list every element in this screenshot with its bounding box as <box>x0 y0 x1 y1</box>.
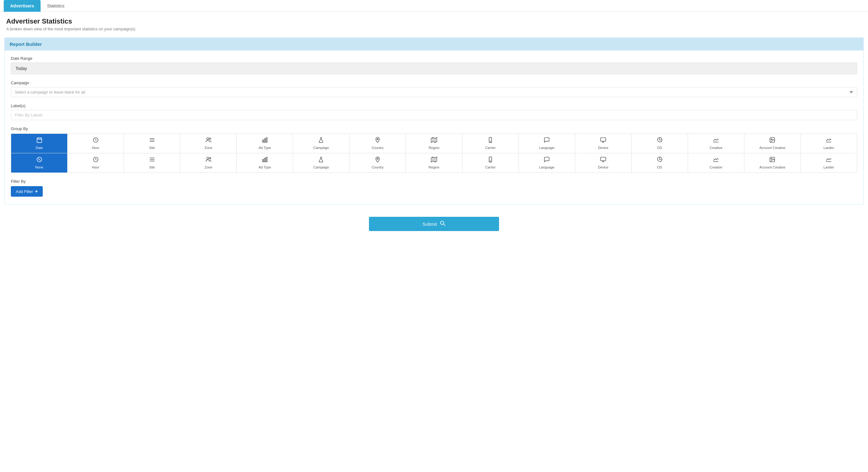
group-cell-none[interactable]: None <box>11 153 67 172</box>
group-by-rows: DateHourSiteZoneAd TypeCampaignCountryRe… <box>11 133 857 173</box>
group-cell-creative[interactable]: Creative <box>688 134 744 153</box>
group-cell-carrier2[interactable]: Carrier <box>463 153 519 172</box>
group-cell-os2[interactable]: OS <box>632 153 688 172</box>
svg-point-18 <box>490 141 491 142</box>
group-cell-zone[interactable]: Zone <box>180 134 237 153</box>
add-filter-label: Add Filter <box>16 189 33 194</box>
report-builder: Report Builder Date Range Today Campaign… <box>4 37 864 204</box>
svg-rect-34 <box>262 159 263 162</box>
group-by-group: Group By DateHourSiteZoneAd TypeCampaign… <box>11 126 857 173</box>
svg-marker-38 <box>431 157 437 162</box>
group-cell-label-date: Date <box>36 146 43 150</box>
date-range-value[interactable]: Today <box>11 63 857 74</box>
svg-point-37 <box>377 158 378 159</box>
add-filter-button[interactable]: Add Filter + <box>11 186 43 197</box>
group-cell-lander2[interactable]: Lander <box>801 153 857 172</box>
group-by-row-1: NoneHourSiteZoneAd TypeCampaignCountryRe… <box>11 153 857 172</box>
group-cell-account_creative2[interactable]: Account Creative <box>744 153 801 172</box>
line-chart-icon <box>713 156 719 164</box>
users-icon <box>206 156 212 164</box>
group-cell-label-hour2: Hour <box>92 165 99 169</box>
group-cell-label-lander: Lander <box>824 146 834 150</box>
svg-point-32 <box>207 157 209 159</box>
group-cell-label-device: Device <box>598 146 609 150</box>
group-cell-hour2[interactable]: Hour <box>67 153 124 172</box>
tab-bar: Advertisers Statistics <box>0 0 868 12</box>
group-cell-ad_type[interactable]: Ad Type <box>237 134 293 153</box>
pie-chart-icon <box>656 156 662 164</box>
group-cell-os[interactable]: OS <box>632 134 688 153</box>
svg-point-42 <box>490 161 491 161</box>
group-cell-region2[interactable]: Region <box>406 153 462 172</box>
group-cell-label-carrier: Carrier <box>485 146 496 150</box>
group-cell-label-carrier2: Carrier <box>485 165 496 169</box>
tab-statistics[interactable]: Statistics <box>40 0 71 12</box>
group-cell-label-hour: Hour <box>92 146 99 150</box>
date-range-label: Date Range <box>11 56 857 61</box>
line-chart-icon <box>713 137 719 145</box>
svg-point-24 <box>771 139 772 140</box>
group-cell-label-account_creative: Account Creative <box>759 146 785 150</box>
group-cell-label-campaign: Campaign <box>313 146 329 150</box>
svg-rect-12 <box>266 138 267 143</box>
monitor-icon <box>600 137 606 145</box>
group-cell-device[interactable]: Device <box>575 134 632 153</box>
svg-line-51 <box>443 224 445 226</box>
group-cell-label-zone2: Zone <box>205 165 212 169</box>
group-cell-label-lander2: Lander <box>824 165 834 169</box>
labels-input[interactable] <box>11 110 857 120</box>
submit-label: Submit <box>423 221 437 227</box>
group-cell-region[interactable]: Region <box>406 134 462 153</box>
mobile-icon <box>487 156 494 164</box>
group-cell-device2[interactable]: Device <box>575 153 632 172</box>
campaign-select[interactable]: Select a campaign or leave blank for all <box>11 87 857 97</box>
report-builder-body: Date Range Today Campaign Select a campa… <box>5 51 863 204</box>
image-icon <box>769 156 775 164</box>
search-icon <box>440 221 445 227</box>
group-cell-country2[interactable]: Country <box>349 153 406 172</box>
group-cell-label-os2: OS <box>657 165 662 169</box>
monitor-icon <box>600 156 606 164</box>
group-cell-label-site2: Site <box>149 165 155 169</box>
group-cell-label-campaign2: Campaign <box>313 165 329 169</box>
svg-point-8 <box>207 138 209 140</box>
group-cell-ad_type2[interactable]: Ad Type <box>237 153 293 172</box>
campaign-group: Campaign Select a campaign or leave blan… <box>11 81 857 97</box>
group-cell-label-none: None <box>35 165 43 169</box>
group-cell-campaign2[interactable]: Campaign <box>293 153 349 172</box>
group-cell-zone2[interactable]: Zone <box>180 153 237 172</box>
group-cell-site2[interactable]: Site <box>124 153 180 172</box>
group-cell-date[interactable]: Date <box>11 134 67 153</box>
group-cell-campaign[interactable]: Campaign <box>293 134 349 153</box>
group-cell-country[interactable]: Country <box>349 134 406 153</box>
pie-chart-icon <box>656 137 662 145</box>
svg-point-33 <box>209 158 211 159</box>
group-cell-creative2[interactable]: Creative <box>688 153 744 172</box>
page-wrapper: Advertisers Statistics Advertiser Statis… <box>0 0 868 472</box>
svg-point-50 <box>440 221 444 224</box>
labels-group: Label(s) <box>11 103 857 120</box>
group-cell-label-ad_type2: Ad Type <box>259 165 271 169</box>
group-cell-language[interactable]: Language <box>519 134 575 153</box>
clock-icon <box>93 137 99 145</box>
group-cell-carrier[interactable]: Carrier <box>463 134 519 153</box>
group-cell-label-creative2: Creative <box>710 165 722 169</box>
group-cell-account_creative[interactable]: Account Creative <box>744 134 801 153</box>
date-range-group: Date Range Today <box>11 56 857 74</box>
group-cell-label-country: Country <box>372 146 384 150</box>
group-cell-hour[interactable]: Hour <box>67 134 124 153</box>
tab-advertisers[interactable]: Advertisers <box>4 0 40 12</box>
group-cell-language2[interactable]: Language <box>519 153 575 172</box>
comment-icon <box>544 156 550 164</box>
svg-rect-0 <box>37 138 41 143</box>
plus-icon: + <box>35 189 38 194</box>
svg-point-13 <box>377 138 378 140</box>
line-chart2-icon <box>826 137 832 145</box>
submit-button[interactable]: Submit <box>369 217 499 231</box>
page-subtitle: A broken down view of the most important… <box>6 27 862 31</box>
group-cell-site[interactable]: Site <box>124 134 180 153</box>
svg-point-9 <box>209 138 211 139</box>
group-cell-lander[interactable]: Lander <box>801 134 857 153</box>
page-title: Advertiser Statistics <box>6 17 862 25</box>
group-cell-label-language2: Language <box>539 165 555 169</box>
